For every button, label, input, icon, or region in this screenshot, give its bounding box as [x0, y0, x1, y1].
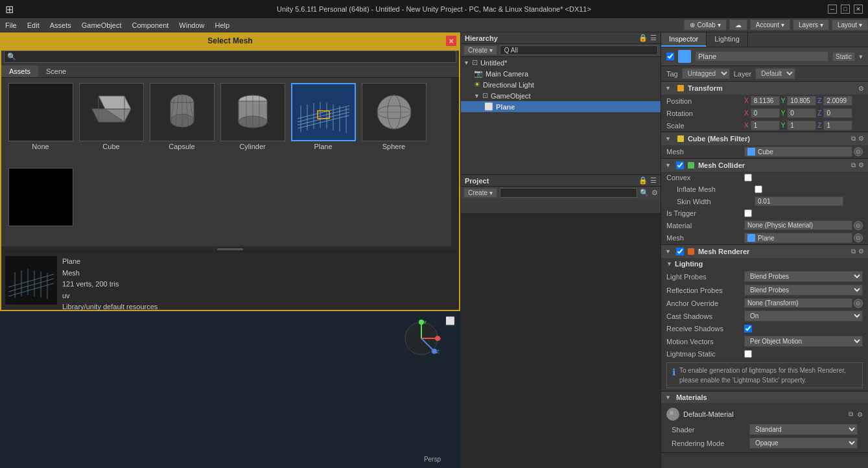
material-settings-icon[interactable]: ⚙ [857, 411, 863, 418]
motion-vectors-select[interactable]: Per Object Motion [744, 336, 863, 347]
mesh-renderer-enabled[interactable] [676, 248, 684, 255]
mf-settings-icon[interactable]: ⚙ [858, 135, 864, 143]
position-x-input[interactable] [751, 96, 780, 106]
shader-select[interactable]: Standard [749, 424, 858, 435]
account-button[interactable]: Account ▾ [750, 19, 790, 30]
mesh-collider-enabled[interactable] [676, 161, 684, 169]
cast-shadows-select[interactable]: On [744, 310, 863, 322]
mesh-item-plane[interactable]: Plane [289, 83, 357, 165]
light-probes-select[interactable]: Blend Probes [744, 271, 863, 282]
cloud-button[interactable]: ☁ [729, 19, 747, 30]
transform-header[interactable]: ▼ Transform ⚙ [661, 82, 868, 95]
scale-z-input[interactable] [823, 121, 852, 130]
anchor-override-select-icon[interactable]: ⊙ [854, 299, 863, 308]
collider-mesh-ref[interactable]: Plane [744, 233, 852, 243]
hierarchy-search-input[interactable] [500, 45, 658, 55]
project-create-button[interactable]: Create ▾ [463, 188, 497, 198]
object-name-input[interactable] [695, 51, 828, 62]
mesh-filter-mesh-ref[interactable]: Cube [744, 146, 852, 157]
mr-settings-icon[interactable]: ⚙ [858, 248, 864, 255]
rotation-y-input[interactable] [787, 108, 816, 118]
mesh-item-sphere[interactable]: Sphere [360, 83, 428, 165]
project-lock-icon[interactable]: 🔒 [639, 176, 648, 185]
project-options-icon[interactable]: ⚙ [651, 189, 658, 197]
scale-y-input[interactable] [787, 121, 816, 130]
scale-x-input[interactable] [751, 121, 780, 130]
tag-select[interactable]: Untagged [682, 68, 730, 79]
project-search-icon[interactable]: 🔍 [640, 189, 649, 197]
position-z-input[interactable] [823, 96, 852, 106]
viewport[interactable]: X Y Z Persp ⬜ [0, 311, 460, 468]
project-search-input[interactable] [500, 188, 637, 198]
mesh-item-cylinder[interactable]: Cylinder [218, 83, 287, 165]
collider-mesh-select-icon[interactable]: ⊙ [854, 233, 863, 242]
rendering-mode-select[interactable]: Opaque [749, 438, 858, 449]
menu-help[interactable]: Help [209, 20, 235, 30]
is-trigger-checkbox[interactable] [744, 209, 752, 217]
hierarchy-lock-icon[interactable]: 🔒 [639, 34, 648, 42]
anchor-override-ref[interactable]: None (Transform) [744, 298, 852, 308]
static-button[interactable]: Static [832, 52, 855, 62]
receive-shadows-checkbox[interactable] [744, 325, 752, 333]
tab-assets[interactable]: Assets [1, 65, 38, 77]
collider-material-ref[interactable]: None (Physic Material) [744, 220, 852, 230]
mr-copy-icon[interactable]: ⧉ [851, 248, 856, 255]
mc-settings-icon[interactable]: ⚙ [858, 161, 864, 169]
reflection-probes-select[interactable]: Blend Probes [744, 285, 863, 296]
static-dropdown-icon[interactable]: ▾ [859, 53, 863, 61]
skin-width-input[interactable] [755, 196, 843, 206]
hierarchy-create-button[interactable]: Create ▾ [463, 45, 497, 55]
mesh-collider-header[interactable]: ▼ Mesh Collider ⧉ ⚙ [661, 159, 868, 172]
convex-checkbox[interactable] [744, 174, 752, 181]
mesh-filter-header[interactable]: ▼ Cube (Mesh Filter) ⧉ ⚙ [661, 132, 868, 145]
mc-copy-icon[interactable]: ⧉ [851, 161, 856, 169]
rotation-x-input[interactable] [751, 108, 780, 118]
hierarchy-item-scene[interactable]: ▼ ⊡ Untitled* [461, 57, 661, 68]
mesh-renderer-header[interactable]: ▼ Mesh Renderer ⧉ ⚙ [661, 245, 868, 258]
menu-window[interactable]: Window [174, 20, 209, 30]
layers-button[interactable]: Layers ▾ [793, 19, 829, 30]
layer-select[interactable]: Default [755, 68, 795, 79]
maximize-icon[interactable]: ⬜ [445, 316, 455, 325]
materials-header[interactable]: ▼ Materials [661, 392, 868, 403]
project-menu-icon[interactable]: ☰ [650, 176, 657, 185]
mesh-item-extra[interactable] [6, 168, 75, 241]
rotation-z-input[interactable] [823, 108, 852, 118]
mesh-item-capsule[interactable]: Capsule [148, 83, 216, 165]
hierarchy-item-light[interactable]: ☀ Directional Light [461, 79, 661, 90]
tab-inspector[interactable]: Inspector [661, 32, 707, 47]
mesh-filter-select-icon[interactable]: ⊙ [854, 147, 863, 156]
material-copy-icon[interactable]: ⧉ [849, 410, 853, 418]
material-item[interactable]: Default-Material ⧉ ⚙ [666, 406, 863, 423]
collab-button[interactable]: ⊕ Collab ▾ [684, 19, 726, 30]
mesh-item-none[interactable]: None [6, 83, 75, 165]
menu-file[interactable]: File [0, 20, 22, 30]
layout-button[interactable]: Layout ▾ [832, 19, 868, 30]
transform-settings-icon[interactable]: ⚙ [858, 85, 864, 92]
select-mesh-close-button[interactable]: ✕ [446, 36, 456, 46]
mesh-scrollbar[interactable] [451, 78, 459, 246]
menu-edit[interactable]: Edit [22, 20, 45, 30]
minimize-btn[interactable]: ─ [828, 5, 837, 14]
collider-material-select-icon[interactable]: ⊙ [854, 221, 863, 230]
hierarchy-item-plane[interactable]: ⬜ Plane [461, 101, 661, 112]
lightmap-static-checkbox[interactable] [744, 350, 752, 358]
inflate-mesh-checkbox[interactable] [755, 185, 762, 193]
scale-values: X Y Z [744, 121, 863, 130]
hierarchy-menu-icon[interactable]: ☰ [650, 34, 657, 42]
mf-copy-icon[interactable]: ⧉ [851, 135, 856, 143]
tab-scene[interactable]: Scene [38, 65, 74, 77]
mesh-search-input[interactable] [19, 53, 453, 61]
position-y-input[interactable] [787, 96, 816, 106]
menu-gameobject[interactable]: GameObject [76, 20, 127, 30]
viewport-gizmo[interactable]: X Y Z [402, 319, 441, 358]
mesh-item-cube[interactable]: Cube [77, 83, 145, 165]
hierarchy-item-gameobject[interactable]: ▼ ⊡ GameObject [461, 90, 661, 101]
close-btn[interactable]: ✕ [854, 5, 863, 14]
tab-lighting[interactable]: Lighting [707, 32, 748, 47]
menu-component[interactable]: Component [126, 20, 174, 30]
hierarchy-item-camera[interactable]: 📷 Main Camera [461, 68, 661, 79]
menu-assets[interactable]: Assets [45, 20, 76, 30]
maximize-btn[interactable]: □ [841, 5, 850, 14]
object-enabled-checkbox[interactable] [666, 53, 674, 60]
